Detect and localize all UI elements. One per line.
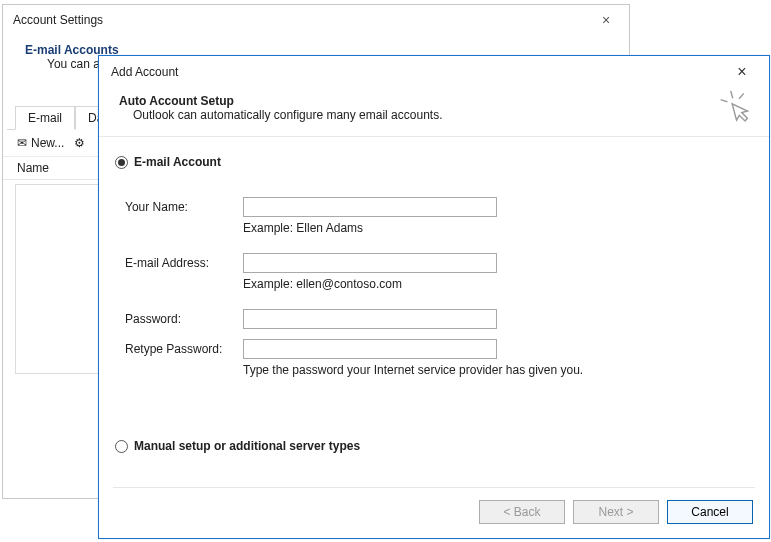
email-input[interactable] [243,253,497,273]
row-retype: Retype Password: [125,339,745,359]
add-titlebar: Add Account × [99,56,769,88]
mail-icon: ✉ [17,136,27,150]
your-name-input[interactable] [243,197,497,217]
your-name-label: Your Name: [125,200,243,214]
new-label: New... [31,136,64,150]
password-input[interactable] [243,309,497,329]
svg-line-1 [721,98,728,103]
password-hint: Type the password your Internet service … [243,363,745,377]
gear-icon: ⚙ [74,136,85,150]
password-label: Password: [125,312,243,326]
add-banner: Auto Account Setup Outlook can automatic… [99,88,769,137]
svg-line-2 [738,93,745,98]
email-hint: Example: ellen@contoso.com [243,277,745,291]
add-close-icon[interactable]: × [727,63,757,81]
back-button[interactable]: < Back [479,500,565,524]
svg-line-0 [731,91,733,99]
retype-password-input[interactable] [243,339,497,359]
settings-titlebar: Account Settings × [3,5,629,35]
cancel-button[interactable]: Cancel [667,500,753,524]
settings-close-icon[interactable]: × [591,12,621,28]
radio-email-account[interactable]: E-mail Account [115,155,745,169]
row-email: E-mail Address: [125,253,745,273]
radio-manual-setup[interactable]: Manual setup or additional server types [115,439,745,453]
email-label: E-mail Address: [125,256,243,270]
next-button[interactable]: Next > [573,500,659,524]
row-password: Password: [125,309,745,329]
add-account-window: Add Account × Auto Account Setup Outlook… [98,55,770,539]
settings-title: Account Settings [11,13,103,27]
radio-icon [115,156,128,169]
wizard-buttons: < Back Next > Cancel [479,500,753,524]
banner-sub: Outlook can automatically configure many… [119,108,739,122]
row-your-name: Your Name: [125,197,745,217]
new-account-button[interactable]: ✉ New... [17,136,64,150]
radio-manual-label: Manual setup or additional server types [134,439,360,453]
wizard-cursor-icon [716,87,756,134]
add-title: Add Account [111,65,178,79]
tab-email[interactable]: E-mail [15,106,75,130]
radio-icon [115,440,128,453]
retype-label: Retype Password: [125,342,243,356]
banner-title: Auto Account Setup [119,94,739,108]
repair-button[interactable]: ⚙ [74,136,85,150]
radio-email-label: E-mail Account [134,155,221,169]
button-divider [113,487,755,488]
your-name-hint: Example: Ellen Adams [243,221,745,235]
add-form: E-mail Account Your Name: Example: Ellen… [99,137,769,453]
